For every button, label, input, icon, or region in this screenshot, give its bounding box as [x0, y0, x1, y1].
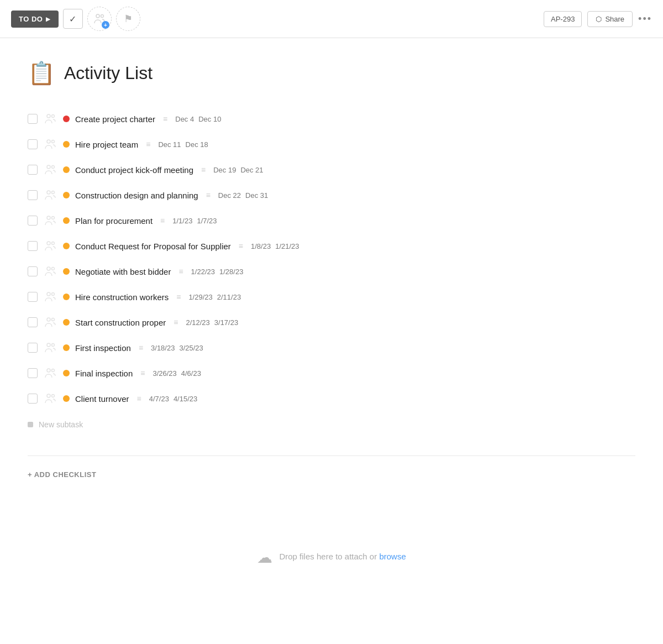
task-avatar-icon [43, 290, 57, 304]
plus-badge: + [102, 21, 109, 29]
svg-point-18 [47, 318, 50, 321]
task-item: Hire construction workers≡1/29/232/11/23 [28, 284, 635, 310]
drag-handle-icon[interactable]: ≡ [140, 369, 145, 378]
task-checkbox[interactable] [28, 216, 38, 226]
drag-handle-icon[interactable]: ≡ [201, 165, 206, 174]
task-dates: 4/7/234/15/23 [149, 395, 198, 403]
drop-zone: ☁ Drop files here to attach or browse [0, 532, 663, 583]
share-button[interactable]: ⬡ Share [587, 11, 633, 27]
task-avatar-icon [43, 264, 57, 279]
drag-handle-icon[interactable]: ≡ [176, 292, 181, 301]
task-name[interactable]: Final inspection [75, 369, 133, 378]
task-name[interactable]: Client turnover [75, 394, 129, 404]
task-avatar-icon [43, 112, 57, 126]
share-label: Share [605, 15, 624, 23]
priority-dot-icon [63, 141, 70, 148]
task-checkbox[interactable] [28, 368, 38, 378]
svg-point-13 [52, 242, 55, 245]
todo-status-button[interactable]: TO DO ▶ [11, 11, 59, 28]
drag-handle-icon[interactable]: ≡ [146, 140, 150, 149]
task-name[interactable]: Negotiate with best bidder [75, 267, 171, 276]
task-name[interactable]: First inspection [75, 343, 131, 353]
task-dates: 1/22/231/28/23 [191, 268, 244, 276]
task-date-start: 1/8/23 [251, 242, 271, 250]
todo-label: TO DO [19, 15, 43, 23]
task-list: Create project charter≡Dec 4Dec 10 Hire … [28, 106, 635, 411]
task-checkbox[interactable] [28, 317, 38, 327]
flag-button[interactable]: ⚑ [116, 7, 140, 31]
task-checkbox[interactable] [28, 266, 38, 276]
svg-point-22 [47, 369, 50, 372]
task-date-end: Dec 10 [198, 115, 221, 123]
svg-point-25 [52, 395, 55, 397]
task-name[interactable]: Start construction proper [75, 318, 166, 327]
new-subtask-row[interactable]: New subtask [28, 411, 635, 433]
task-checkbox[interactable] [28, 292, 38, 302]
task-dates: 1/1/231/7/23 [172, 217, 217, 225]
share-icon: ⬡ [596, 15, 602, 23]
clipboard-icon: 📋 [28, 60, 55, 86]
task-date-end: 3/17/23 [214, 318, 238, 327]
drag-handle-icon[interactable]: ≡ [239, 242, 243, 250]
task-dates: Dec 11Dec 18 [158, 140, 208, 149]
more-options-button[interactable]: ••• [638, 13, 652, 25]
checkmark-icon: ✓ [69, 14, 76, 24]
drop-zone-text: Drop files here to attach or [279, 552, 379, 561]
svg-point-5 [52, 140, 55, 143]
task-name[interactable]: Hire project team [75, 140, 138, 149]
task-item: Plan for procurement≡1/1/231/7/23 [28, 208, 635, 233]
task-name[interactable]: Hire construction workers [75, 292, 169, 302]
drag-handle-icon[interactable]: ≡ [160, 216, 165, 225]
priority-dot-icon [63, 319, 70, 326]
task-date-start: Dec 4 [175, 115, 194, 123]
task-date-end: 3/25/23 [179, 344, 203, 352]
task-avatar-icon [43, 391, 57, 406]
task-checkbox[interactable] [28, 114, 38, 124]
task-checkbox[interactable] [28, 139, 38, 149]
drag-handle-icon[interactable]: ≡ [206, 191, 211, 200]
task-date-end: Dec 31 [245, 191, 268, 200]
todo-arrow-icon: ▶ [46, 16, 51, 22]
task-date-end: 1/28/23 [219, 268, 243, 276]
svg-point-20 [47, 343, 50, 347]
add-checklist-button[interactable]: + ADD CHECKLIST [28, 467, 96, 482]
task-name[interactable]: Create project charter [75, 114, 155, 124]
task-date-end: 4/6/23 [181, 369, 201, 378]
task-date-end: Dec 21 [240, 166, 263, 174]
svg-point-8 [47, 191, 50, 194]
svg-point-9 [52, 191, 55, 194]
svg-point-7 [52, 166, 55, 169]
task-date-start: 1/22/23 [191, 268, 215, 276]
task-name[interactable]: Conduct project kick-off meeting [75, 165, 193, 175]
task-checkbox[interactable] [28, 241, 38, 251]
task-dates: 1/29/232/11/23 [188, 293, 241, 301]
priority-dot-icon [63, 395, 70, 402]
task-checkbox[interactable] [28, 394, 38, 404]
task-checkbox[interactable] [28, 343, 38, 353]
svg-point-11 [52, 217, 55, 219]
drag-handle-icon[interactable]: ≡ [163, 114, 167, 123]
drag-handle-icon[interactable]: ≡ [137, 394, 141, 403]
task-name[interactable]: Plan for procurement [75, 216, 152, 226]
task-date-end: 1/7/23 [197, 217, 217, 225]
task-item: Construction design and planning≡Dec 22D… [28, 182, 635, 208]
task-item: Start construction proper≡2/12/233/17/23 [28, 310, 635, 335]
new-subtask-input[interactable]: New subtask [39, 420, 83, 429]
task-dates: Dec 19Dec 21 [213, 166, 263, 174]
task-dates: Dec 22Dec 31 [218, 191, 268, 200]
drag-handle-icon[interactable]: ≡ [173, 318, 178, 327]
check-button[interactable]: ✓ [63, 9, 83, 29]
browse-link[interactable]: browse [379, 552, 406, 561]
task-name[interactable]: Construction design and planning [75, 191, 198, 200]
svg-point-2 [47, 114, 50, 118]
svg-point-1 [101, 15, 103, 18]
task-date-start: Dec 19 [213, 166, 236, 174]
task-checkbox[interactable] [28, 190, 38, 200]
assign-people-button[interactable]: + [87, 7, 112, 31]
svg-point-6 [47, 165, 50, 169]
svg-point-10 [47, 216, 50, 219]
drag-handle-icon[interactable]: ≡ [139, 343, 143, 352]
task-checkbox[interactable] [28, 165, 38, 175]
task-name[interactable]: Conduct Request for Proposal for Supplie… [75, 242, 231, 251]
drag-handle-icon[interactable]: ≡ [178, 267, 183, 276]
